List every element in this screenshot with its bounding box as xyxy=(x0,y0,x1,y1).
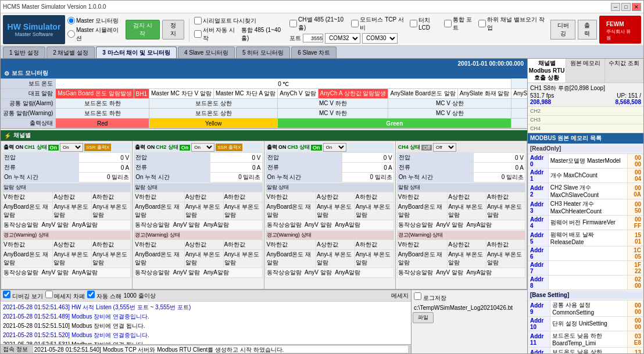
maximize-button[interactable]: □ xyxy=(621,3,631,11)
debug-button[interactable]: 디버깅 xyxy=(550,20,575,40)
reg-name-0: Master모델명 MasterModel xyxy=(548,154,627,169)
minimize-button[interactable]: ─ xyxy=(611,3,620,11)
alarm-cell-bh1: BH1 xyxy=(134,89,149,99)
ch4-warn-anyv: AnyV 알람 xyxy=(436,269,463,276)
base-reg-addr-1: Addr 10 xyxy=(528,317,550,331)
monitoring-section: Master 모니터링 Master 시뮬레이션 xyxy=(67,17,123,42)
ch1-mode-select[interactable]: OnOff xyxy=(60,143,83,152)
ch2-mode-select[interactable]: OnOff xyxy=(191,143,214,152)
base-reg-row-2: Addr 11 보드온도 낮음 하한 BoardTemp_Limi 03 E8 xyxy=(528,331,643,348)
ch2-alarm-inner1: Any내 부온도 알람 xyxy=(184,202,223,220)
tab-master-monitor[interactable]: 3 마스터 채이 및 모니터링 xyxy=(96,47,177,58)
tab-channel-settings[interactable]: 2 채널별 설정 xyxy=(46,47,95,58)
output-yellow: Yellow xyxy=(149,119,278,128)
title-bar: HCMS Master Simulator Version 1.0.0.0 ─ … xyxy=(1,1,643,13)
server-auto-check[interactable] xyxy=(194,30,202,38)
serial-rescan-check[interactable] xyxy=(194,17,202,24)
base-reg-row-1: Addr 10 단위 설정 UnitSetting 00 00 xyxy=(528,317,643,331)
auto-scroll-check[interactable] xyxy=(87,291,95,298)
start-button[interactable]: 검지 시작 xyxy=(126,20,160,40)
subchannel-valve-check[interactable] xyxy=(478,20,486,27)
reg-name-1: 개수 MaxChCount xyxy=(548,169,627,183)
ch4-anyv-label: AnyV 알람 xyxy=(436,221,463,228)
ch4-alarm-ah: A상한값 xyxy=(448,192,486,202)
base-reg-addr-2: Addr 11 xyxy=(528,331,550,348)
reg-row-2: Addr 2 CH2 Slave 개수 MaxChSlaveCount 00 0… xyxy=(528,183,643,199)
ch1-fps: 531.7 fps xyxy=(530,92,554,99)
log-save-check[interactable] xyxy=(414,292,421,300)
reg-val-8: 02 00 xyxy=(627,276,643,290)
ch3-warn-inner2: Any내 부온도 알람 xyxy=(355,250,393,268)
tab-slave-chart[interactable]: 6 Slave 차트 xyxy=(291,47,337,58)
ch1-info-text: CH1 S8하 루증[20,898 Loop] xyxy=(530,84,605,92)
ch3-current-label: 전류 xyxy=(266,163,342,173)
common-alarm-mc5: MC A 하한 xyxy=(511,99,527,109)
ch4-warn-ah: A상한값 xyxy=(448,240,486,250)
reg-addr-8: Addr 8 xyxy=(528,276,549,290)
ch3-alarm-board1: AnyBoard온도 재 알람 xyxy=(266,202,316,220)
ch2-ssr-button[interactable]: SSR 출력X xyxy=(216,144,242,151)
modbus-tcp-check[interactable] xyxy=(351,20,359,27)
reg-name-3: CH3 Heater 개수 MaxChHeaterCount xyxy=(548,199,627,216)
right-tab-modbus[interactable]: 채널별 Modbus RTU 호출 상황 xyxy=(528,59,566,83)
base-reg-val-1: 00 00 xyxy=(627,317,643,331)
ch2-warn-anyv: AnyV 알람 xyxy=(173,269,201,276)
ch1-anya-label: AnyA알람 xyxy=(72,221,98,228)
touch-lcd-check[interactable] xyxy=(410,20,417,27)
com30-select[interactable]: COM30 xyxy=(362,33,398,44)
tab-slave-monitor[interactable]: 4 Slave 모니터링 xyxy=(178,47,235,58)
debug-log[interactable]: 2021-05-28 01:52:51.463] HW 서적 Listen (3… xyxy=(1,302,411,344)
right-panel-scroll[interactable]: [ReadOnly] Addr 0 Master모델명 MasterModel … xyxy=(528,144,643,353)
close-button[interactable]: ✕ xyxy=(632,3,641,11)
ch3-status-badge: On xyxy=(311,145,322,151)
ch3-mode-select[interactable]: OnOff xyxy=(323,143,346,152)
main-window: HCMS Master Simulator Version 1.0.0.0 ─ … xyxy=(0,0,644,354)
ch3-alarm-ah: A상한값 xyxy=(316,192,355,202)
ch4-alarm-action-row: 동작상승알람 AnyV 알람 AnyA알람 xyxy=(397,220,525,230)
file-button[interactable]: 파일 xyxy=(413,312,434,323)
ch4-alarm-board1: AnyBoard온도 재 알람 xyxy=(397,202,447,220)
logo-title: HW Simulator xyxy=(8,22,61,31)
channel-4: CH4 상태 Off OffOn 전압 0 V 전류 0 A xyxy=(396,141,527,289)
log-entry: 2021-05-28 01:52:51.510] Modbus 장비에 연결 됩… xyxy=(3,321,409,331)
ch3-header: 출력 ON CH3 상태 On OnOff xyxy=(266,142,394,152)
common-warning-label: 공통 알람(Warning) xyxy=(1,109,56,119)
ch1-val-row: 208,988 8,568,508 xyxy=(530,99,641,105)
tab-general[interactable]: 1 일반 설정 xyxy=(3,47,45,58)
right-tab-memory[interactable]: 원본 메모리 xyxy=(566,59,604,83)
output-button[interactable]: 출력 xyxy=(578,20,597,40)
separator-1 xyxy=(189,18,189,41)
ch485-check[interactable] xyxy=(289,20,297,27)
ch3-ontime-value: 0 밀리초 xyxy=(342,173,393,183)
port-input[interactable] xyxy=(303,34,323,42)
integrated-port-check[interactable] xyxy=(444,20,452,27)
ch2-warn-anya: AnyA알람 xyxy=(203,269,229,276)
master-monitoring-radio[interactable] xyxy=(67,17,75,24)
ch4-warn-action: 동작상승알람 xyxy=(398,269,433,276)
master-simulation-radio[interactable] xyxy=(67,30,75,38)
ch1-ssr-button[interactable]: SSR 출력X xyxy=(84,144,111,151)
output-label: 출력상태 xyxy=(1,119,56,128)
reg-addr-0: Addr 0 xyxy=(528,154,549,169)
ch3-anya-label: AnyA알람 xyxy=(335,221,360,228)
reg-addr-3: Addr 3 xyxy=(528,199,549,216)
base-reg-val-3: 13 88 xyxy=(627,348,643,354)
datetime-bar: 2001-01-01 00:00:00.000 xyxy=(1,59,527,68)
right-tab-values[interactable]: 수치값 조회 xyxy=(605,59,643,83)
reg-addr-4: Addr 4 xyxy=(528,216,549,230)
ch4-info: CH4 xyxy=(528,124,643,133)
tab-heater-monitor[interactable]: 5 히터 모니터링 xyxy=(236,47,290,58)
ch4-ontime-label: On 누적 시간 xyxy=(397,173,473,183)
base-reg-name-3: 보드온도 낮음 상한 BoardTemp_Limi xyxy=(550,348,628,354)
ch2-warn-inner1: Any내 부온도 알람 xyxy=(184,250,223,268)
ch3-action-label: 동작상승알람 xyxy=(267,221,302,228)
ch4-mode-select[interactable]: OffOn xyxy=(433,143,456,152)
com32-select[interactable]: COM32 xyxy=(325,33,360,44)
reg-name-8 xyxy=(548,276,627,290)
ch3-values-table: 전압 0 V 전류 0 A On 누적 시간 0 밀리초 xyxy=(266,152,394,183)
debug-view-check[interactable] xyxy=(3,291,10,298)
message-filter-check[interactable] xyxy=(45,291,53,298)
alarm-cell-anyCh-v: AnyCh V 알람 xyxy=(278,89,318,99)
stop-button[interactable]: 정지 xyxy=(162,20,184,40)
ch4-alarm-header: 알람 상태 xyxy=(397,183,525,192)
